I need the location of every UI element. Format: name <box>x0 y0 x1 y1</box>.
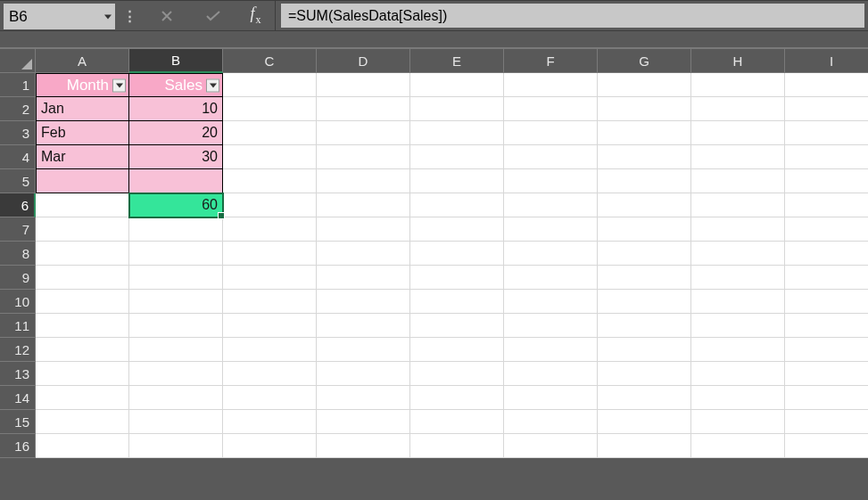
cell-E12[interactable] <box>410 338 504 362</box>
cell-B14[interactable] <box>129 386 223 410</box>
cell-I7[interactable] <box>785 217 868 242</box>
row-header-15[interactable]: 15 <box>0 410 36 434</box>
column-header-I[interactable]: I <box>785 49 868 73</box>
cell-C2[interactable] <box>223 97 317 121</box>
row-header-6[interactable]: 6 <box>0 193 36 217</box>
cell-A5[interactable] <box>36 169 129 193</box>
cell-H7[interactable] <box>691 217 785 242</box>
cell-D10[interactable] <box>317 290 410 314</box>
cell-G11[interactable] <box>598 314 691 338</box>
column-header-C[interactable]: C <box>223 49 317 73</box>
cell-A13[interactable] <box>36 362 129 386</box>
cell-F4[interactable] <box>504 145 598 169</box>
row-header-3[interactable]: 3 <box>0 121 36 145</box>
cell-F5[interactable] <box>504 169 598 193</box>
cell-C9[interactable] <box>223 266 317 290</box>
cell-G7[interactable] <box>598 217 691 242</box>
cell-B3[interactable]: 20 <box>129 121 223 145</box>
cell-H12[interactable] <box>691 338 785 362</box>
cell-A3[interactable]: Feb <box>36 121 129 145</box>
cell-G2[interactable] <box>598 97 691 121</box>
cell-I8[interactable] <box>785 242 868 266</box>
cell-C12[interactable] <box>223 338 317 362</box>
cell-C16[interactable] <box>223 434 317 458</box>
row-header-11[interactable]: 11 <box>0 314 36 338</box>
cell-A1[interactable]: Month <box>36 73 129 97</box>
cell-I1[interactable] <box>785 73 868 97</box>
cell-E2[interactable] <box>410 97 504 121</box>
cell-G6[interactable] <box>598 193 691 217</box>
cell-H6[interactable] <box>691 193 785 217</box>
cell-A9[interactable] <box>36 266 129 290</box>
cell-G8[interactable] <box>598 242 691 266</box>
cell-D8[interactable] <box>317 242 410 266</box>
cell-D2[interactable] <box>317 97 410 121</box>
cell-E14[interactable] <box>410 386 504 410</box>
cell-A4[interactable]: Mar <box>36 145 129 169</box>
cell-A11[interactable] <box>36 314 129 338</box>
spreadsheet-grid[interactable]: ABCDEFGHI1MonthSales2Jan103Feb204Mar3056… <box>0 49 868 458</box>
cell-F15[interactable] <box>504 410 598 434</box>
filter-dropdown-icon[interactable] <box>206 78 219 92</box>
cell-D11[interactable] <box>317 314 410 338</box>
row-header-4[interactable]: 4 <box>0 145 36 169</box>
cell-E5[interactable] <box>410 169 504 193</box>
column-header-B[interactable]: B <box>129 49 223 73</box>
cell-E3[interactable] <box>410 121 504 145</box>
cell-A7[interactable] <box>36 217 129 242</box>
cell-G5[interactable] <box>598 169 691 193</box>
name-box[interactable]: B6 <box>4 4 115 29</box>
cell-I12[interactable] <box>785 338 868 362</box>
cell-A6[interactable] <box>36 193 129 217</box>
cell-E11[interactable] <box>410 314 504 338</box>
cell-G10[interactable] <box>598 290 691 314</box>
cell-B10[interactable] <box>129 290 223 314</box>
filter-dropdown-icon[interactable] <box>112 78 126 92</box>
cell-C13[interactable] <box>223 362 317 386</box>
select-all-corner[interactable] <box>0 49 36 73</box>
formula-input[interactable]: =SUM(SalesData[Sales]) <box>281 4 864 28</box>
cell-F6[interactable] <box>504 193 598 217</box>
cell-F8[interactable] <box>504 242 598 266</box>
cell-E16[interactable] <box>410 434 504 458</box>
column-header-H[interactable]: H <box>691 49 785 73</box>
cell-F12[interactable] <box>504 338 598 362</box>
cell-C5[interactable] <box>223 169 317 193</box>
cell-A12[interactable] <box>36 338 129 362</box>
cell-G16[interactable] <box>598 434 691 458</box>
cell-H16[interactable] <box>691 434 785 458</box>
cell-E6[interactable] <box>410 193 504 217</box>
cell-I6[interactable] <box>785 193 868 217</box>
cell-E10[interactable] <box>410 290 504 314</box>
cell-D4[interactable] <box>317 145 410 169</box>
cell-D14[interactable] <box>317 386 410 410</box>
cell-H11[interactable] <box>691 314 785 338</box>
cell-H2[interactable] <box>691 97 785 121</box>
cell-I5[interactable] <box>785 169 868 193</box>
cell-A10[interactable] <box>36 290 129 314</box>
cell-B5[interactable] <box>129 169 223 193</box>
cell-B6[interactable]: 60 <box>129 193 223 217</box>
cell-D16[interactable] <box>317 434 410 458</box>
cell-E15[interactable] <box>410 410 504 434</box>
cell-C6[interactable] <box>223 193 317 217</box>
cell-G15[interactable] <box>598 410 691 434</box>
cell-H8[interactable] <box>691 242 785 266</box>
cell-B1[interactable]: Sales <box>129 73 223 97</box>
cell-H13[interactable] <box>691 362 785 386</box>
cell-B2[interactable]: 10 <box>129 97 223 121</box>
row-header-5[interactable]: 5 <box>0 169 36 193</box>
cell-D15[interactable] <box>317 410 410 434</box>
cell-A2[interactable]: Jan <box>36 97 129 121</box>
cell-G12[interactable] <box>598 338 691 362</box>
cell-C1[interactable] <box>223 73 317 97</box>
cell-F7[interactable] <box>504 217 598 242</box>
cell-H5[interactable] <box>691 169 785 193</box>
cell-F1[interactable] <box>504 73 598 97</box>
cell-F10[interactable] <box>504 290 598 314</box>
cell-E13[interactable] <box>410 362 504 386</box>
name-box-dropdown-icon[interactable] <box>104 14 112 19</box>
cell-I4[interactable] <box>785 145 868 169</box>
cell-C11[interactable] <box>223 314 317 338</box>
cell-B16[interactable] <box>129 434 223 458</box>
